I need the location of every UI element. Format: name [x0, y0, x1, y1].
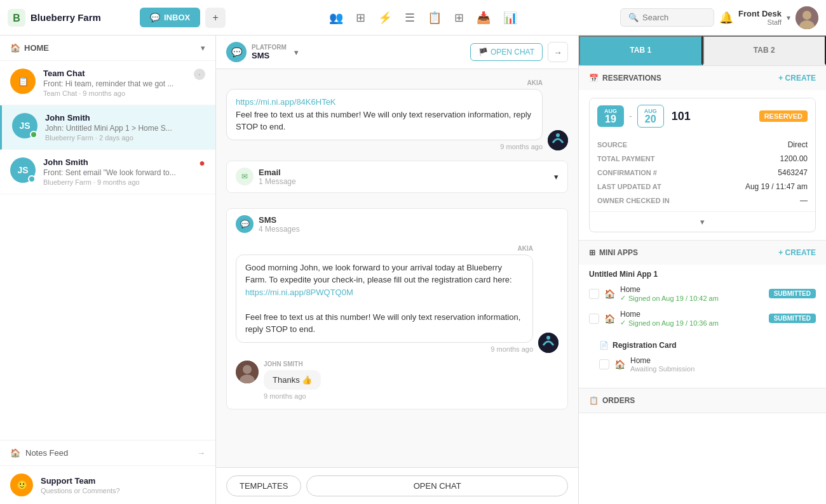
svg-point-8 [546, 336, 550, 340]
message-timestamp-2: 9 months ago [491, 345, 533, 353]
team-chat-icon: 📋 [18, 76, 29, 86]
user-avatar [796, 6, 818, 29]
chat-area: 💬 PLATFORM SMS ▾ 🏴 OPEN CHAT → AKIA [216, 36, 578, 504]
svg-point-6 [556, 133, 560, 137]
tab-1-button[interactable]: TAB 1 [579, 36, 703, 65]
team-chat-meta: Team Chat · 9 months ago [43, 90, 186, 97]
apps-icon[interactable]: ⊞ [356, 11, 365, 25]
inbox-icon: 💬 [150, 13, 160, 22]
message-post-link-2: Feel free to text us at this number! We … [245, 312, 520, 335]
search-input[interactable] [642, 13, 706, 22]
clipboard-icon[interactable]: 📋 [428, 11, 442, 25]
mini-app-name-2: Home [620, 310, 764, 319]
sidebar-dropdown-icon[interactable]: ▾ [201, 43, 205, 53]
source-value: Direct [788, 140, 808, 149]
inbox-button[interactable]: 💬 INBOX [140, 8, 200, 27]
svg-point-10 [243, 365, 252, 374]
platform-dropdown-button[interactable]: ▾ [292, 45, 301, 60]
top-navigation: B Blueberry Farm 💬 INBOX + 👥 ⊞ ⚡ ☰ 📋 ⊞ 📥… [0, 0, 826, 36]
lightning-icon[interactable]: ⚡ [378, 11, 392, 25]
sms-section-header[interactable]: 💬 SMS 4 Messages [227, 209, 567, 240]
message-text-1: Feel free to text us at this number! We … [236, 110, 531, 132]
sidebar-home-label[interactable]: 🏠 HOME [10, 43, 49, 53]
email-section: ✉ Email 1 Message ▾ [226, 161, 568, 193]
notification-bell-icon[interactable]: 🔔 [719, 11, 733, 25]
chat-footer: TEMPLATES OPEN CHAT [216, 467, 578, 504]
chart-icon[interactable]: 📊 [503, 11, 517, 25]
owner-checked-row: OWNER CHECKED IN — [597, 196, 808, 205]
mini-apps-title: ⊞ MINI APPS [589, 248, 638, 257]
untitled-mini-app: Untitled Mini App 1 🏠 Home ✓ Signed on A… [589, 270, 816, 331]
chat-header-left: 💬 PLATFORM SMS ▾ [226, 42, 301, 62]
support-team-item[interactable]: 🙂 Support Team Questions or Comments? [0, 465, 215, 504]
conversation-item-john-smith-2[interactable]: JS John Smith Front: Sent email "We look… [0, 150, 215, 194]
incoming-timestamp: 9 months ago [264, 392, 321, 400]
checkbox-2 [589, 314, 599, 324]
reservation-details: SOURCE Direct TOTAL PAYMENT 1200.00 CONF… [590, 134, 815, 211]
open-chat-button[interactable]: 🏴 OPEN CHAT [470, 43, 543, 61]
team-chat-name: Team Chat [43, 69, 186, 78]
home-app-icon-2: 🏠 [604, 314, 615, 324]
email-section-header[interactable]: ✉ Email 1 Message ▾ [227, 161, 567, 192]
reservation-card: AUG 19 - AUG 20 101 RESERVED SOURCE Dire… [589, 98, 816, 232]
logo-area: B Blueberry Farm [8, 9, 135, 27]
john-smith-1-info: John Smith John: Untitled Mini App 1 > H… [45, 113, 205, 142]
notes-icon: 🏠 [10, 448, 20, 458]
svg-text:B: B [13, 13, 20, 23]
conversation-item-team-chat[interactable]: 📋 Team Chat Front: Hi team, reminder tha… [0, 61, 215, 105]
conversation-item-john-smith-1[interactable]: JS John Smith John: Untitled Mini App 1 … [0, 105, 215, 150]
user-menu[interactable]: RESERVATIONS Front Desk Staff ▾ [738, 6, 818, 29]
open-chat-footer-button[interactable]: OPEN CHAT [306, 475, 568, 496]
user-name: Front Desk [738, 9, 782, 18]
message-link-1[interactable]: https://mi.ni.app/84K6HTeK [236, 97, 336, 107]
sms-icon: 💬 [236, 215, 254, 233]
submitted-badge-2: SUBMITTED [769, 314, 816, 323]
reg-card-name: Home [630, 356, 806, 365]
user-info: RESERVATIONS Front Desk Staff [738, 9, 782, 26]
expand-button[interactable]: ▾ [590, 211, 815, 232]
email-count: 1 Message [259, 177, 296, 186]
mini-apps-section: ⊞ MINI APPS + CREATE Untitled Mini App 1… [579, 241, 826, 388]
new-item-button[interactable]: + [205, 8, 226, 28]
check-icon-1: ✓ [620, 294, 626, 302]
conversation-list: 📋 Team Chat Front: Hi team, reminder tha… [0, 61, 215, 440]
platform-name: SMS [252, 51, 287, 60]
team-chat-avatar: 📋 [10, 69, 36, 94]
notes-feed[interactable]: 🏠 Notes Feed → [0, 440, 215, 465]
platform-badge: 💬 [226, 42, 247, 62]
navigate-arrow-button[interactable]: → [548, 42, 568, 62]
mini-apps-create-button[interactable]: + CREATE [778, 248, 816, 257]
incoming-message-1: JOHN SMITH Thanks 👍 9 months ago [236, 361, 559, 400]
app-name: Blueberry Farm [30, 12, 101, 23]
reservations-create-button[interactable]: + CREATE [778, 74, 816, 83]
search-icon: 🔍 [628, 13, 639, 22]
reservations-title: 📅 RESERVATIONS [589, 74, 661, 83]
source-row: SOURCE Direct [597, 140, 808, 149]
email-icon: ✉ [236, 168, 254, 185]
check-icon-2: ✓ [620, 319, 626, 327]
sms-header-left: 💬 SMS 4 Messages [236, 215, 300, 234]
orders-icon: 📋 [589, 396, 599, 405]
submitted-badge-1: SUBMITTED [769, 289, 816, 298]
tab-2-button[interactable]: TAB 2 [703, 36, 827, 65]
reg-card-status: Awaiting Submission [630, 365, 806, 373]
message-link-2[interactable]: https://mi.ni.app/8PWQTQ0M [245, 288, 353, 297]
registration-card-icon: 📄 [599, 341, 609, 350]
team-icon[interactable]: 👥 [329, 11, 343, 25]
status-indicator [30, 131, 37, 138]
left-sidebar: 🏠 HOME ▾ 📋 Team Chat Front: Hi team, rem… [0, 36, 216, 504]
sms-count: 4 Messages [259, 225, 300, 234]
mini-app-name-1: Home [620, 285, 764, 294]
download-icon[interactable]: 📥 [477, 11, 491, 25]
mini-app-signed-2: ✓ Signed on Aug 19 / 10:36 am [620, 319, 764, 327]
list-icon[interactable]: ☰ [405, 11, 415, 25]
reservations-icon: 📅 [589, 74, 599, 83]
mini-app-home-2: 🏠 Home ✓ Signed on Aug 19 / 10:36 am SUB… [589, 306, 816, 331]
confirmation-label: CONFIRMATION # [597, 169, 657, 176]
mini-apps-icon: ⊞ [589, 248, 595, 257]
nav-icons: 👥 ⊞ ⚡ ☰ 📋 ⊞ 📥 📊 [231, 11, 615, 25]
templates-button[interactable]: TEMPLATES [226, 475, 301, 496]
grid-icon[interactable]: ⊞ [454, 11, 464, 25]
search-bar[interactable]: 🔍 [620, 8, 714, 27]
john-smith-avatar [236, 361, 259, 383]
